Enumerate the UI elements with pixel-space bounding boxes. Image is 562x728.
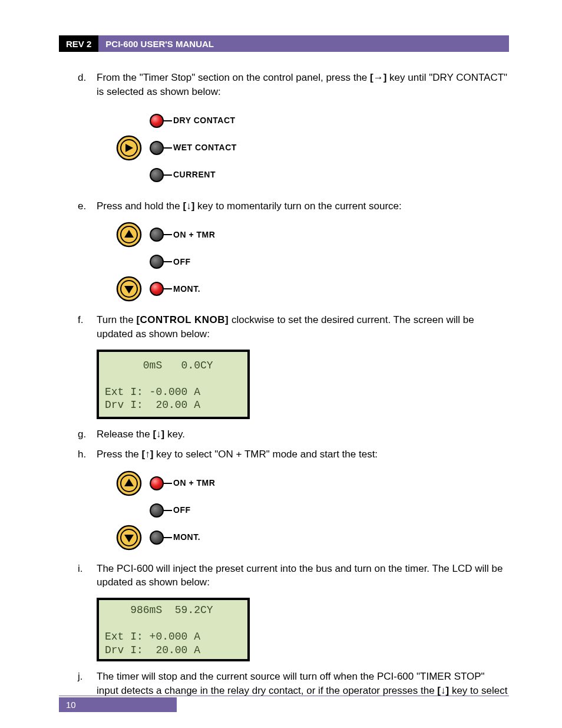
led-dry-contact [150, 114, 164, 128]
led-label: MONT. [173, 532, 200, 543]
led-on-tmr [150, 228, 164, 242]
led-label: ON + TMR [173, 477, 215, 489]
diagram-current-source-e: ON + TMR OFF [108, 221, 509, 302]
led-off [150, 255, 164, 269]
step-f-text-before: Turn the [97, 314, 136, 325]
led-label: OFF [173, 256, 191, 268]
led-label: OFF [173, 505, 191, 516]
page-number: 10 [59, 697, 177, 712]
step-j-text-before: The timer will stop and the current sour… [97, 671, 485, 696]
led-label: CURRENT [173, 169, 216, 181]
lcd-display-2: 986mS 59.2CY Ext I: +0.000 A Drv I: 20.0… [97, 598, 250, 661]
step-marker: i. [78, 562, 83, 576]
step-marker: g. [78, 427, 86, 442]
step-h-text-before: Press the [97, 449, 142, 460]
down-arrow-key-label: [↓] [153, 429, 164, 440]
step-h-text-after: key to select "ON + TMR" mode and start … [153, 449, 378, 460]
page-header: REV 2 PCI-600 USER'S MANUAL [59, 35, 509, 52]
diagram-timer-stop: DRY CONTACT WET CONTACT [108, 107, 509, 189]
page-footer: 10 [59, 696, 509, 712]
up-arrow-button-icon [115, 221, 143, 248]
step-g-text-before: Release the [97, 429, 153, 440]
down-arrow-button-icon [115, 275, 143, 302]
step-marker: e. [78, 199, 86, 213]
step-e: e. Press and hold the [↓] key to momenta… [97, 199, 509, 303]
down-arrow-key-label: [↓] [437, 685, 449, 696]
led-wet-contact [150, 141, 164, 155]
led-label: ON + TMR [173, 229, 215, 241]
lcd-display-1: 0mS 0.0CY Ext I: -0.000 A Drv I: 20.00 A [97, 350, 250, 419]
right-arrow-key-label: [→] [370, 72, 386, 83]
step-e-text-before: Press and hold the [97, 200, 183, 212]
led-current [150, 168, 164, 182]
diagram-current-source-h: ON + TMR OFF [108, 470, 509, 551]
step-marker: h. [78, 447, 86, 462]
led-mont [150, 531, 164, 545]
down-arrow-key-label: [↓] [183, 200, 194, 212]
step-e-text-after: key to momentarily turn on the current s… [194, 200, 402, 212]
right-arrow-button-icon [115, 134, 143, 162]
step-marker: d. [78, 71, 86, 85]
step-marker: j. [78, 670, 83, 684]
header-rev: REV 2 [59, 35, 98, 52]
down-arrow-button-icon [115, 524, 143, 551]
led-off [150, 503, 164, 518]
up-arrow-key-label: [↑] [142, 449, 154, 460]
step-g-text-after: key. [164, 429, 185, 440]
step-h: h. Press the [↑] key to select "ON + TMR… [97, 447, 509, 551]
step-g: g. Release the [↓] key. [97, 427, 509, 442]
step-i: i. The PCI-600 will inject the preset cu… [97, 562, 509, 662]
led-label: MONT. [173, 284, 200, 295]
step-marker: f. [78, 313, 83, 327]
step-d: d. From the "Timer Stop" section on the … [97, 71, 509, 189]
header-title: PCI-600 USER'S MANUAL [98, 35, 509, 52]
step-f: f. Turn the [CONTROL KNOB] clockwise to … [97, 313, 509, 419]
led-label: DRY CONTACT [173, 115, 236, 127]
led-mont [150, 282, 164, 296]
step-i-text: The PCI-600 will inject the preset curre… [97, 563, 503, 588]
control-knob-label: [CONTROL KNOB] [136, 314, 229, 325]
led-on-tmr [150, 476, 164, 490]
step-d-text-before: From the "Timer Stop" section on the con… [97, 72, 370, 83]
up-arrow-button-icon [115, 470, 143, 497]
led-label: WET CONTACT [173, 142, 237, 154]
